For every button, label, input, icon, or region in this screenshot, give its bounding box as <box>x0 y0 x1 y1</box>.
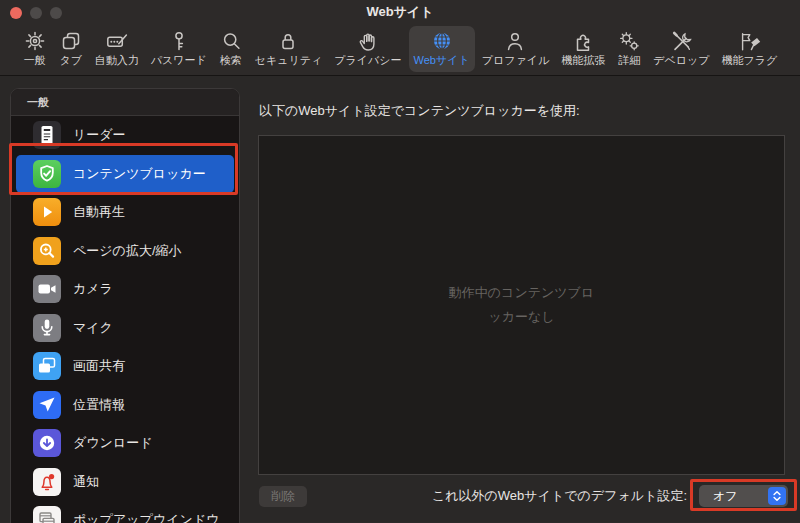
key-icon <box>167 29 191 53</box>
tab-feature-flags[interactable]: 機能フラグ <box>717 26 783 72</box>
content-blocker-shield-icon <box>33 160 61 188</box>
default-setting-value: オフ <box>713 488 738 505</box>
globe-icon <box>430 29 454 53</box>
default-setting-label: これ以外のWebサイトでのデフォルト設定: <box>432 487 687 505</box>
gears-icon <box>617 29 641 53</box>
downloads-icon <box>33 429 61 457</box>
lock-icon <box>276 29 300 53</box>
gear-icon <box>23 29 47 53</box>
page-zoom-icon <box>33 237 61 265</box>
tab-profiles[interactable]: プロファイル <box>477 26 555 72</box>
content-blockers-caption: 以下のWebサイト設定でコンテンツブロッカーを使用: <box>259 102 580 120</box>
puzzle-icon <box>571 29 595 53</box>
autofill-icon <box>105 29 129 53</box>
fullscreen-button[interactable] <box>50 7 62 19</box>
sidebar-item-label: 画面共有 <box>73 357 125 375</box>
safari-settings-window: Webサイト 一般 タブ 自動入力 パスワード 検索 セキュリティ <box>0 0 800 523</box>
bottom-controls: 削除 これ以外のWebサイトでのデフォルト設定: オフ <box>0 485 800 509</box>
tab-privacy[interactable]: プライバシー <box>329 26 406 72</box>
sidebar-item-label: 自動再生 <box>73 203 125 221</box>
reader-icon <box>33 121 61 149</box>
flags-icon <box>737 29 761 53</box>
title-bar: Webサイト <box>0 0 800 22</box>
microphone-icon <box>33 314 61 342</box>
sidebar-item-downloads[interactable]: ダウンロード <box>16 424 234 463</box>
close-button[interactable] <box>10 7 22 19</box>
tab-search[interactable]: 検索 <box>214 26 248 72</box>
sidebar-item-label: ポップアップウインドウ <box>73 511 219 523</box>
autoplay-icon <box>33 198 61 226</box>
sidebar-item-microphone[interactable]: マイク <box>16 309 234 348</box>
tab-tabs[interactable]: タブ <box>54 26 88 72</box>
search-icon <box>219 29 243 53</box>
sidebar-item-screen-sharing[interactable]: 画面共有 <box>16 347 234 386</box>
sidebar-item-label: コンテンツブロッカー <box>73 165 206 183</box>
location-icon <box>33 391 61 419</box>
tab-advanced[interactable]: 詳細 <box>612 26 646 72</box>
sidebar-item-location[interactable]: 位置情報 <box>16 386 234 425</box>
tools-icon <box>669 29 693 53</box>
sidebar-item-label: リーダー <box>73 126 126 144</box>
sidebar-item-autoplay[interactable]: 自動再生 <box>16 193 234 232</box>
sidebar-item-label: ダウンロード <box>73 434 153 452</box>
default-setting-dropdown[interactable]: オフ <box>699 485 788 507</box>
tabs-icon <box>59 29 83 53</box>
websites-sidebar: 一般 リーダー コンテンツブロッカー 自動再生 ページの拡大/縮小 カメラ <box>10 88 240 523</box>
tab-autofill[interactable]: 自動入力 <box>90 26 144 72</box>
hand-icon <box>356 29 380 53</box>
window-title: Webサイト <box>0 0 800 24</box>
sidebar-item-camera[interactable]: カメラ <box>16 270 234 309</box>
chevron-up-down-icon <box>768 487 786 505</box>
sidebar-item-page-zoom[interactable]: ページの拡大/縮小 <box>16 232 234 271</box>
sidebar-item-content-blockers[interactable]: コンテンツブロッカー <box>16 155 234 194</box>
sidebar-item-label: カメラ <box>73 280 113 298</box>
person-icon <box>503 29 527 53</box>
sidebar-item-label: ページの拡大/縮小 <box>73 242 182 260</box>
sidebar-item-label: マイク <box>73 319 113 337</box>
minimize-button[interactable] <box>30 7 42 19</box>
sidebar-section-general: 一般 <box>11 89 239 116</box>
websites-settings-pane: 一般 リーダー コンテンツブロッカー 自動再生 ページの拡大/縮小 カメラ <box>0 76 800 522</box>
sidebar-item-reader[interactable]: リーダー <box>16 116 234 155</box>
content-blockers-list[interactable]: 動作中のコンテンツブロ ッカーなし <box>258 135 785 475</box>
tab-develop[interactable]: デベロップ <box>648 26 714 72</box>
empty-state-text: 動作中のコンテンツブロ ッカーなし <box>449 281 594 329</box>
screen-sharing-icon <box>33 352 61 380</box>
tab-extensions[interactable]: 機能拡張 <box>556 26 610 72</box>
camera-icon <box>33 275 61 303</box>
settings-toolbar: 一般 タブ 自動入力 パスワード 検索 セキュリティ プライバシー <box>0 22 800 76</box>
tab-general[interactable]: 一般 <box>18 26 52 72</box>
tab-security[interactable]: セキュリティ <box>250 26 328 72</box>
tab-websites[interactable]: Webサイト <box>409 26 475 72</box>
sidebar-item-label: 位置情報 <box>73 396 125 414</box>
remove-button[interactable]: 削除 <box>259 486 307 507</box>
tab-passwords[interactable]: パスワード <box>146 26 212 72</box>
default-setting-group: これ以外のWebサイトでのデフォルト設定: オフ <box>432 485 788 507</box>
window-controls <box>10 7 62 19</box>
